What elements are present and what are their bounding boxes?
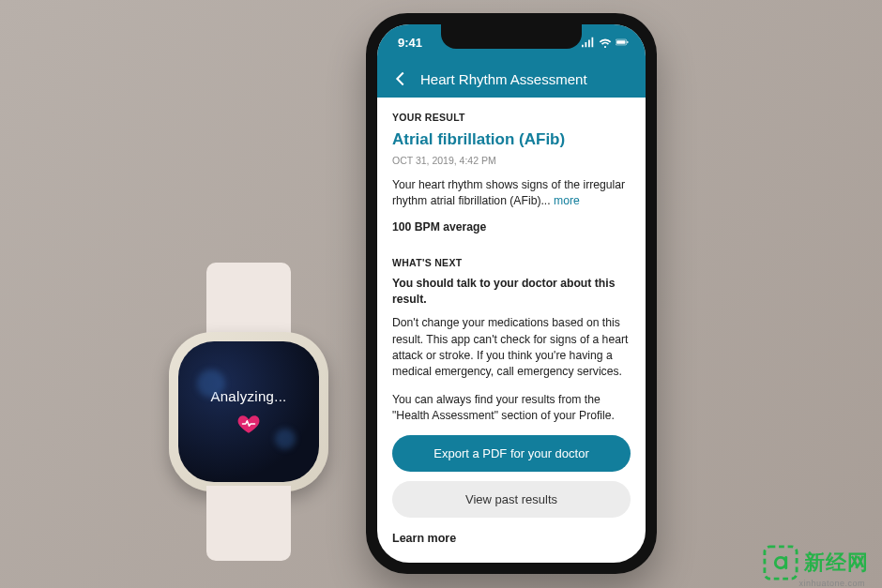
watermark: 新经网: [763, 545, 869, 580]
scroll-content[interactable]: YOUR RESULT Atrial fibrillation (AFib) O…: [377, 98, 646, 563]
view-past-results-button[interactable]: View past results: [392, 481, 631, 518]
phone-screen: 9:41 Heart Rhythm Assessment YOUR RESULT…: [377, 24, 646, 563]
next-paragraph-1: Don't change your medications based on t…: [392, 315, 631, 380]
watermark-brand: 新经网: [804, 549, 869, 577]
watch-status-text: Analyzing...: [210, 388, 286, 404]
nav-title: Heart Rhythm Assessment: [420, 71, 587, 87]
wifi-icon: [599, 37, 612, 48]
svg-point-4: [775, 557, 785, 567]
more-link[interactable]: more: [554, 194, 580, 207]
heart-pulse-icon: [236, 412, 261, 436]
svg-rect-2: [627, 41, 628, 43]
watch-band-top: [206, 263, 291, 338]
watch-face: Analyzing...: [178, 341, 319, 482]
export-pdf-button[interactable]: Export a PDF for your doctor: [392, 435, 631, 472]
status-time: 9:41: [398, 36, 422, 50]
watch-case: Analyzing...: [169, 332, 328, 491]
signal-icon: [582, 37, 595, 48]
battery-icon: [616, 37, 629, 48]
result-body-text: Your heart rhythm shows signs of the irr…: [392, 178, 625, 207]
watermark-domain: xinhuatone.com: [798, 579, 865, 588]
learn-more-link[interactable]: Learn more: [392, 531, 631, 548]
result-body: Your heart rhythm shows signs of the irr…: [392, 177, 631, 210]
result-timestamp: OCT 31, 2019, 4:42 PM: [392, 154, 631, 168]
result-title: Atrial fibrillation (AFib): [392, 128, 631, 151]
smartwatch: Analyzing...: [164, 263, 333, 561]
watermark-logo-icon: [763, 545, 798, 580]
nav-bar: Heart Rhythm Assessment: [377, 60, 646, 98]
phone-notch: [441, 24, 582, 49]
next-paragraph-2: You can always find your results from th…: [392, 392, 631, 425]
bpm-average: 100 BPM average: [392, 219, 631, 235]
svg-rect-3: [765, 547, 797, 579]
watch-band-bottom: [206, 486, 291, 561]
back-button[interactable]: [390, 68, 411, 89]
phone-mockup: 9:41 Heart Rhythm Assessment YOUR RESULT…: [366, 13, 657, 574]
next-section-label: WHAT'S NEXT: [392, 256, 631, 270]
result-section-label: YOUR RESULT: [392, 111, 631, 125]
svg-rect-1: [616, 40, 625, 44]
next-lead: You should talk to your doctor about thi…: [392, 276, 631, 309]
